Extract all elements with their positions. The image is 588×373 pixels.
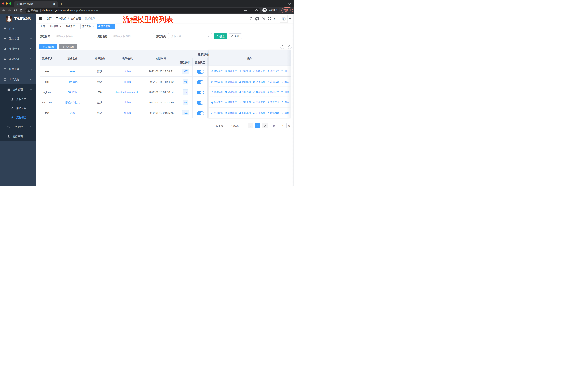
- svg-text:T: T: [275, 17, 277, 20]
- svg-text:¥: ¥: [4, 47, 6, 50]
